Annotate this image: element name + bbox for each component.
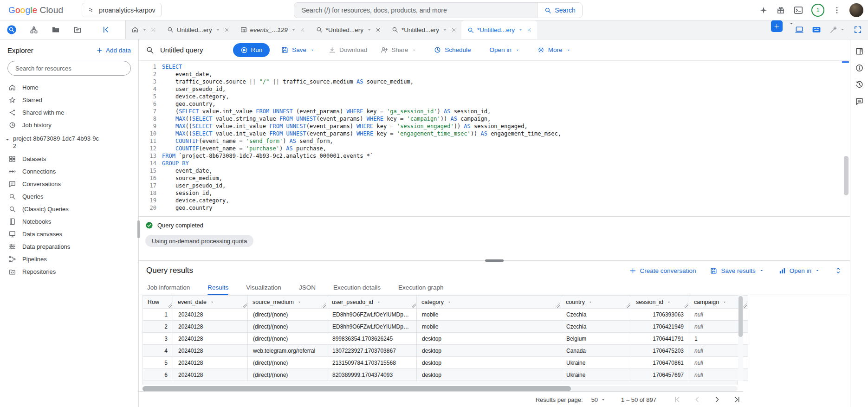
horizontal-scrollbar[interactable] (143, 386, 738, 391)
gift-icon[interactable] (776, 6, 785, 15)
column-header-category[interactable]: category (417, 296, 561, 309)
column-header-row[interactable]: Row (143, 296, 173, 309)
sql-generation-tool[interactable] (829, 25, 845, 34)
splitter-handle[interactable] (137, 220, 140, 238)
column-header-user_pseudo_id[interactable]: user_pseudo_id (327, 296, 417, 309)
results-tab-json[interactable]: JSON (299, 280, 316, 295)
global-search-input[interactable] (294, 3, 537, 18)
lineage-icon[interactable] (29, 25, 39, 34)
code-line[interactable]: 12 COUNTIF(event_name = 'purchase') AS p… (139, 145, 850, 152)
code-line[interactable]: 16 source_medium, (139, 174, 850, 182)
notification-badge[interactable]: 1 (811, 4, 824, 17)
sidebar-item-conversations[interactable]: Conversations (0, 178, 138, 190)
more-vert-icon[interactable] (832, 6, 842, 15)
more-button[interactable]: More (537, 46, 571, 54)
remote-session-icon[interactable] (795, 25, 804, 34)
editor-tab[interactable]: *Untitled...ery (386, 20, 461, 39)
save-button[interactable]: Save (281, 46, 315, 54)
column-header-source_medium[interactable]: source_medium (248, 296, 327, 309)
avatar[interactable] (849, 3, 863, 17)
info-icon[interactable] (855, 64, 864, 72)
column-resize-handle[interactable] (743, 304, 747, 308)
sidebar-item-connections[interactable]: Connections (0, 165, 138, 178)
code-line[interactable]: 15 event_date, (139, 167, 850, 174)
code-line[interactable]: 2 event_date, (139, 71, 850, 78)
first-page-icon[interactable] (673, 395, 681, 404)
vertical-scroll-thumb[interactable] (738, 296, 743, 337)
bigquery-logo-icon[interactable] (6, 25, 17, 35)
quota-chip[interactable]: Using on-demand processing quota (145, 235, 253, 247)
column-header-session_id[interactable]: session_id (631, 296, 689, 309)
editor-tab[interactable]: events_...129 (234, 20, 310, 39)
table-row[interactable]: 520240128(direct)/(none)2131509784.17037… (143, 357, 748, 369)
sidebar-item-queries[interactable]: Queries (0, 190, 138, 203)
next-page-icon[interactable] (713, 395, 721, 404)
sidebar-item-data-preparations[interactable]: Data preparations (0, 240, 138, 253)
repository-icon[interactable] (73, 25, 82, 34)
schedule-button[interactable]: Schedule (434, 46, 471, 54)
sql-editor[interactable]: 1SELECT2 event_date,3 traffic_source.sou… (139, 61, 850, 216)
feedback-icon[interactable] (855, 97, 864, 106)
editor-scrollbar[interactable] (844, 156, 849, 195)
results-tab-execution-graph[interactable]: Execution graph (398, 280, 444, 295)
code-line[interactable]: 18 session_id, (139, 189, 850, 197)
global-search-button[interactable]: Search (537, 3, 582, 18)
sidebar-item-data-canvases[interactable]: Data canvases (0, 228, 138, 240)
create-conversation-button[interactable]: Create conversation (629, 267, 696, 275)
column-resize-handle[interactable] (168, 304, 172, 308)
table-row[interactable]: 620240128(direct)/(none)820389999.170437… (143, 369, 748, 381)
expand-panel-icon[interactable] (834, 266, 842, 275)
editor-tab[interactable]: *Untitled...ery (310, 20, 386, 39)
table-row[interactable]: 420240128web.telegram.org/referral130722… (143, 345, 748, 357)
new-tab-button[interactable] (771, 20, 783, 32)
code-line[interactable]: 8 MAX((SELECT value.string_value FROM UN… (139, 115, 850, 123)
keyboard-shortcuts-icon[interactable] (812, 25, 821, 34)
vertical-scrollbar[interactable] (738, 295, 743, 381)
sidebar-item-job-history[interactable]: Job history (0, 119, 138, 131)
download-button[interactable]: Download (328, 46, 367, 54)
fullscreen-icon[interactable] (853, 25, 862, 34)
sidebar-item-classic-queries[interactable]: (Classic) Queries (0, 203, 138, 215)
column-resize-handle[interactable] (684, 304, 688, 308)
folder-icon[interactable] (51, 25, 60, 34)
results-tab-visualization[interactable]: Visualization (246, 280, 281, 295)
column-resize-handle[interactable] (412, 304, 416, 308)
code-line[interactable]: 13FROM `project-8b673089-1dc7-4b93-9c2.a… (139, 152, 850, 160)
results-tab-job-information[interactable]: Job information (147, 280, 190, 295)
project-selector[interactable]: proanalytics-karpov (82, 3, 161, 17)
google-cloud-logo[interactable]: Google Cloud (8, 5, 63, 15)
per-page-select[interactable]: 50 (591, 396, 606, 403)
last-page-icon[interactable] (733, 395, 741, 404)
resource-search-input[interactable] (14, 65, 124, 72)
tab-overflow-caret-icon[interactable] (788, 20, 795, 27)
code-line[interactable]: 17 user_pseudo_id, (139, 182, 850, 189)
code-line[interactable]: 6 geo.country, (139, 100, 850, 108)
job-history-icon[interactable] (855, 80, 864, 89)
editor-tab[interactable] (126, 20, 161, 39)
results-open-in-button[interactable]: Open in (778, 267, 820, 275)
code-line[interactable]: 4 user_pseudo_id, (139, 85, 850, 93)
sidebar-project[interactable]: project-8b673089-1dc7-4b93-9c2 (0, 131, 138, 153)
sidebar-item-datasets[interactable]: Datasets (0, 153, 138, 165)
sidebar-item-repositories[interactable]: Repositories (0, 265, 138, 278)
cloud-shell-icon[interactable] (793, 5, 803, 15)
sidebar-item-home[interactable]: Home (0, 81, 138, 94)
code-line[interactable]: 3 traffic_source.source || "/" || traffi… (139, 78, 850, 85)
share-button[interactable]: Share (380, 46, 417, 54)
code-line[interactable]: 10 MAX((SELECT value.int_value FROM UNNE… (139, 130, 850, 137)
table-row[interactable]: 120240128(direct)/(none)ED8hh9O6FZwLfOeY… (143, 309, 748, 321)
column-resize-handle[interactable] (556, 304, 560, 308)
column-header-event_date[interactable]: event_date (173, 296, 248, 309)
code-line[interactable]: 7 (SELECT value.int_value FROM UNNEST (e… (139, 108, 850, 115)
prev-page-icon[interactable] (693, 395, 701, 404)
code-line[interactable]: 14GROUP BY (139, 160, 850, 167)
column-resize-handle[interactable] (322, 304, 326, 308)
column-resize-handle[interactable] (243, 304, 247, 308)
sidebar-item-shared-with-me[interactable]: Shared with me (0, 106, 138, 119)
column-resize-handle[interactable] (626, 304, 630, 308)
sidebar-item-starred[interactable]: Starred (0, 94, 138, 106)
code-line[interactable]: 20 geo.country (139, 204, 850, 212)
editor-tab[interactable]: *Untitled...ery (461, 20, 537, 39)
results-tab-results[interactable]: Results (207, 280, 228, 295)
save-results-button[interactable]: Save results (710, 267, 764, 275)
